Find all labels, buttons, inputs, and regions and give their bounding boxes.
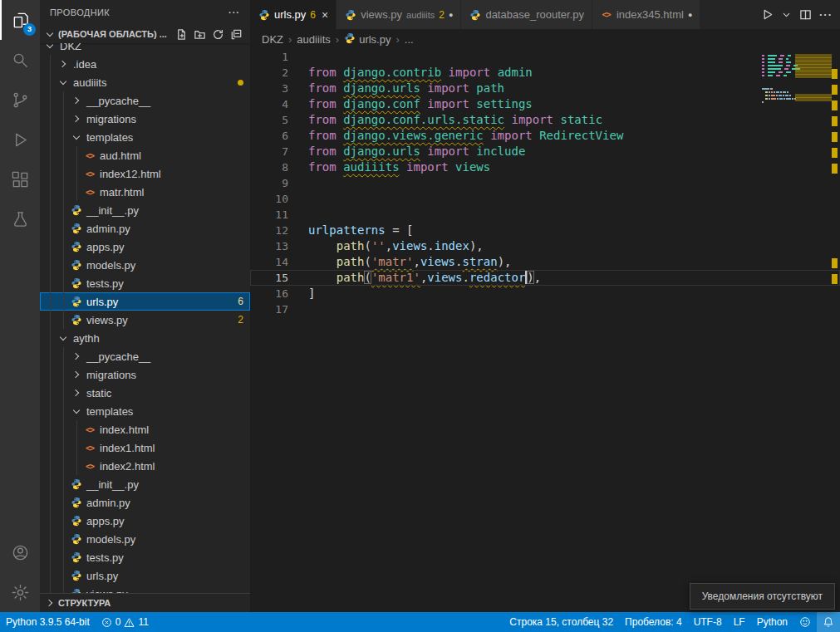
tree-item-migrations[interactable]: migrations — [40, 365, 250, 384]
tree-item-__init__.py[interactable]: __init__.py — [40, 475, 250, 493]
more-actions-icon[interactable]: ··· — [819, 8, 833, 21]
activity-item-explorer[interactable]: 3 — [0, 0, 40, 40]
code-editor[interactable]: 12from django.contrib import admin3from … — [250, 49, 840, 612]
tree-item-urls.py[interactable]: urls.py — [40, 566, 250, 585]
tree-item-admin.py[interactable]: admin.py — [40, 219, 250, 238]
status-feedback[interactable] — [793, 612, 817, 632]
code-line[interactable]: 5from django.conf.urls.static import sta… — [250, 112, 840, 128]
status-problems[interactable]: 011 — [96, 612, 155, 632]
status-eol[interactable]: LF — [728, 612, 751, 632]
tree-item-apps.py[interactable]: apps.py — [40, 512, 250, 530]
indent-guide — [70, 438, 83, 457]
close-icon[interactable]: × — [322, 9, 328, 21]
code-line[interactable]: 7from django.urls import include — [250, 144, 840, 159]
code-line[interactable]: 9 — [250, 175, 840, 191]
split-editor-icon[interactable] — [799, 8, 812, 21]
code-line[interactable]: 14 path('matr',views.stran), — [250, 254, 840, 270]
activity-item-search[interactable] — [0, 40, 40, 80]
tree-item-index12.html[interactable]: <>index12.html — [40, 164, 250, 183]
notification-toast[interactable]: Уведомления отсутствуют — [690, 583, 835, 610]
code-line[interactable]: 17 — [250, 301, 840, 317]
tree-item-apps.py[interactable]: apps.py — [40, 238, 250, 256]
tree-item-index2.html[interactable]: <>index2.html — [40, 457, 250, 475]
indent-guide — [43, 110, 56, 128]
html-file-icon: <> — [83, 185, 96, 198]
status-encoding[interactable]: UTF-8 — [688, 612, 728, 632]
tree-item-label: matr.html — [100, 186, 144, 198]
refresh-icon[interactable] — [210, 27, 225, 42]
tree-item-static[interactable]: static — [40, 384, 250, 402]
sidebar-more-actions-icon[interactable]: ··· — [228, 7, 240, 17]
status-indentation[interactable]: Пробелов: 4 — [619, 612, 688, 632]
status-python-interpreter[interactable]: Python 3.9.5 64-bit — [0, 612, 96, 632]
indent-guide — [56, 530, 70, 548]
new-folder-icon[interactable] — [192, 27, 207, 42]
code-line[interactable]: 15 path('matr1',views.redactor), — [250, 270, 840, 286]
activity-item-extensions[interactable] — [0, 159, 40, 199]
breadcrumb-item[interactable]: urls.py — [344, 32, 391, 47]
tab-index345-html[interactable]: <>index345.html● — [592, 0, 700, 29]
status-notifications-bell[interactable] — [817, 612, 840, 632]
tree-item-DKZ[interactable]: DKZ — [40, 43, 250, 55]
breadcrumb-item[interactable]: audiiits — [297, 33, 330, 46]
code-line[interactable]: 12urlpatterns = [ — [250, 223, 840, 238]
run-dropdown-icon[interactable] — [781, 9, 792, 20]
tree-item-tests.py[interactable]: tests.py — [40, 548, 250, 566]
minimap[interactable] — [762, 51, 827, 108]
activity-item-account[interactable] — [0, 532, 40, 572]
minimap-line — [762, 88, 827, 91]
code-line[interactable]: 3from django.urls import path — [250, 81, 840, 96]
code-line[interactable]: 4from django.conf import settings — [250, 96, 840, 112]
code-line[interactable]: 2from django.contrib import admin — [250, 65, 840, 81]
activity-item-testing[interactable] — [0, 199, 40, 239]
tree-item-templates[interactable]: templates — [40, 128, 250, 146]
tree-item-.idea[interactable]: .idea — [40, 55, 250, 73]
tree-item-__pycache__[interactable]: __pycache__ — [40, 347, 250, 365]
tree-item-models.py[interactable]: models.py — [40, 530, 250, 548]
status-text: LF — [734, 616, 745, 628]
run-python-file-icon[interactable] — [761, 8, 774, 21]
tree-item-migrations[interactable]: migrations — [40, 110, 250, 128]
tab-views-py[interactable]: views.pyaudiiits2● — [336, 0, 461, 29]
tab-label: database_roouter.py — [485, 8, 584, 21]
workspace-section-header[interactable]: (РАБОЧАЯ ОБЛАСТЬ) ... — [40, 25, 250, 43]
tree-item-urls.py[interactable]: urls.py6 — [40, 292, 250, 311]
tab-urls-py[interactable]: urls.py6× — [250, 0, 336, 29]
code-line[interactable]: 8from audiiits import views — [250, 159, 840, 175]
tree-item-index1.html[interactable]: <>index1.html — [40, 438, 250, 457]
scrollbar-overview-ruler[interactable] — [828, 49, 840, 612]
tree-item-aythh[interactable]: aythh — [40, 329, 250, 347]
activity-item-settings[interactable] — [0, 572, 40, 612]
collapse-all-icon[interactable] — [228, 27, 243, 42]
indent-guide — [56, 347, 70, 365]
tree-item-views.py[interactable]: views.py — [40, 585, 250, 593]
activity-item-source-control[interactable] — [0, 80, 40, 120]
indent-guide — [43, 384, 56, 402]
tree-item-models.py[interactable]: models.py — [40, 256, 250, 274]
breadcrumb-item[interactable]: DKZ — [262, 33, 283, 46]
status-language-mode[interactable]: Python — [751, 612, 793, 632]
code-line[interactable]: 10 — [250, 191, 840, 207]
code-line[interactable]: 6from django.views.generic import Redire… — [250, 128, 840, 144]
new-file-icon[interactable] — [174, 27, 189, 42]
code-line[interactable]: 11 — [250, 207, 840, 223]
tab-database-roouter-py[interactable]: database_roouter.py — [461, 0, 592, 29]
tree-item-views.py[interactable]: views.py2 — [40, 311, 250, 329]
code-line[interactable]: 13 path('',views.index), — [250, 238, 840, 254]
breadcrumb-item[interactable]: ... — [405, 33, 414, 46]
tree-item-matr.html[interactable]: <>matr.html — [40, 183, 250, 201]
tree-item-audiiits[interactable]: audiiits — [40, 73, 250, 91]
tree-item-index.html[interactable]: <>index.html — [40, 420, 250, 438]
tree-item-aud.html[interactable]: <>aud.html — [40, 146, 250, 164]
tree-item-admin.py[interactable]: admin.py — [40, 493, 250, 512]
tree-item-tests.py[interactable]: tests.py — [40, 274, 250, 292]
tree-item-__init__.py[interactable]: __init__.py — [40, 201, 250, 219]
tree-item-templates[interactable]: templates — [40, 402, 250, 420]
code-line[interactable]: 16] — [250, 286, 840, 301]
outline-section-header[interactable]: СТРУКТУРА — [40, 593, 250, 612]
tree-item-__pycache__[interactable]: __pycache__ — [40, 91, 250, 110]
code-line[interactable]: 1 — [250, 49, 840, 65]
status-cursor-position[interactable]: Строка 15, столбец 32 — [504, 612, 619, 632]
activity-item-run-debug[interactable] — [0, 120, 40, 159]
html-file-icon: <> — [83, 459, 96, 473]
